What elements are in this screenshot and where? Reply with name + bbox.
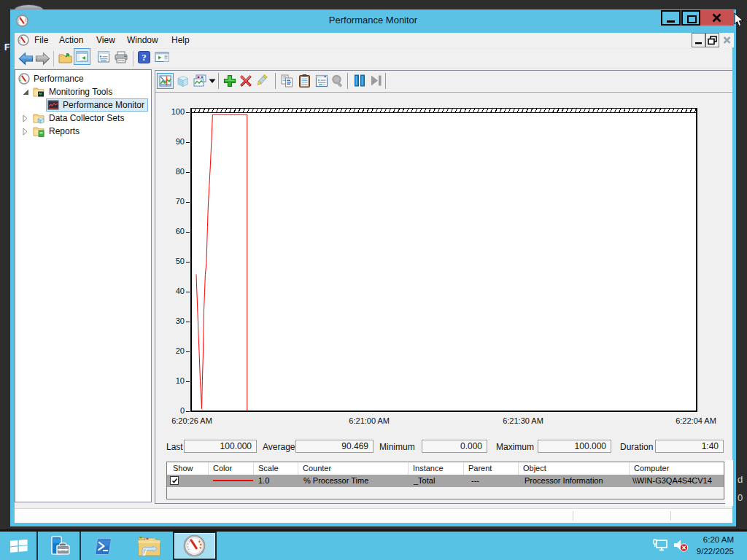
paste-counter-list-icon	[298, 74, 311, 88]
close-button[interactable]	[700, 10, 734, 26]
y-axis-tick	[186, 322, 190, 322]
maximize-button[interactable]	[681, 10, 700, 26]
menu-file[interactable]: File	[33, 35, 50, 45]
desktop-watermark-fragment: 0	[738, 492, 743, 503]
zoom-icon	[331, 74, 345, 88]
server-manager-icon[interactable]	[48, 536, 70, 556]
child-restore-icon	[706, 34, 719, 47]
child-restore-button[interactable]	[705, 33, 719, 47]
child-minimize-button[interactable]	[692, 33, 705, 47]
clock-time: 6:20 AM	[692, 534, 734, 545]
powershell-icon[interactable]	[94, 537, 112, 556]
help-icon[interactable]: ?	[138, 51, 150, 63]
properties-icon[interactable]	[315, 74, 328, 88]
update-data-icon[interactable]	[370, 74, 382, 87]
minimize-button[interactable]	[661, 10, 681, 26]
chart-plot-area	[190, 108, 697, 412]
back-icon[interactable]	[18, 52, 34, 66]
column-header-color[interactable]: Color	[209, 462, 254, 475]
svg-text:?: ?	[142, 52, 147, 63]
stat-duration-label: Duration	[620, 442, 653, 452]
change-graph-type-icon[interactable]	[193, 74, 206, 88]
stat-maximum-label: Maximum	[496, 442, 534, 452]
taskbar-performance-monitor-button[interactable]	[173, 532, 217, 560]
monitor-toolbar-separator	[347, 73, 348, 89]
desktop: F d 0 Performance Monitor	[0, 0, 747, 560]
menu-help[interactable]: Help	[170, 35, 191, 45]
file-explorer-icon[interactable]	[137, 536, 161, 557]
tray-clock[interactable]: 6:20 AM 9/22/2025	[692, 534, 734, 557]
desktop-watermark-fragment: d	[738, 474, 743, 485]
tree-item-data-collector-sets[interactable]: Data Collector Sets	[15, 112, 151, 125]
freeze-display-icon[interactable]	[353, 74, 366, 87]
graph-type-caret-icon[interactable]	[209, 79, 216, 84]
copy-properties-icon	[281, 74, 294, 88]
taskbar-separator	[36, 532, 38, 560]
performance-monitor-icon	[183, 534, 206, 557]
minimize-icon	[667, 20, 675, 23]
child-minimize-icon	[692, 34, 705, 47]
column-header-computer[interactable]: Computer	[630, 462, 724, 475]
y-axis-tick	[186, 172, 190, 173]
titlebar[interactable]: Performance Monitor	[10, 9, 736, 33]
stat-maximum-value: 100.000	[538, 440, 611, 453]
add-counter-icon[interactable]	[223, 74, 236, 88]
tree-item-performance-monitor[interactable]: Performance Monitor	[15, 98, 151, 112]
column-header-scale[interactable]: Scale	[254, 462, 298, 475]
counter-row[interactable]: 1.0 % Processor Time _Total --- Processo…	[167, 475, 724, 487]
mouse-cursor	[734, 12, 744, 28]
y-axis-tick-label: 60	[161, 227, 185, 236]
export-icon[interactable]	[58, 52, 72, 64]
x-axis-tick-label: 6:20:26 AM	[171, 416, 212, 425]
expander-expanded-icon[interactable]	[23, 89, 29, 96]
toolbar-separator	[133, 51, 133, 66]
menubar: File Action View Window Help	[15, 33, 732, 49]
check-icon	[171, 478, 178, 484]
tree-item-label: Performance Monitor	[63, 100, 144, 110]
network-icon[interactable]	[653, 539, 668, 552]
desktop-icon-label-fragment: F	[4, 42, 9, 52]
menu-action[interactable]: Action	[58, 35, 85, 45]
toolbar-separator	[53, 51, 54, 66]
monitor-toolbar-separator	[275, 73, 276, 89]
show-action-pane-icon[interactable]	[155, 50, 169, 63]
counter-show-checkbox[interactable]	[170, 476, 179, 485]
counter-legend-table: Show Color Scale Counter Instance Parent…	[166, 462, 724, 499]
forward-icon[interactable]	[35, 52, 50, 66]
column-header-instance[interactable]: Instance	[409, 462, 464, 475]
menu-window[interactable]: Window	[125, 35, 160, 45]
start-icon[interactable]	[10, 540, 28, 553]
volume-muted-icon[interactable]	[673, 538, 689, 553]
column-header-counter[interactable]: Counter	[298, 462, 409, 475]
counter-scale: 1.0	[258, 476, 269, 485]
child-close-button[interactable]	[720, 33, 734, 47]
monitor-screen-icon	[47, 100, 59, 110]
expander-collapsed-icon[interactable]	[23, 128, 28, 136]
y-axis-tick	[186, 292, 190, 292]
y-axis-tick-label: 30	[161, 316, 185, 325]
tree-item-performance[interactable]: Performance	[15, 72, 151, 85]
y-axis-tick-label: 20	[161, 346, 185, 355]
tree-item-label: Performance	[34, 74, 84, 84]
y-axis-tick	[186, 142, 190, 143]
menu-view[interactable]: View	[95, 35, 117, 45]
clock-date: 9/22/2025	[692, 545, 734, 557]
counter-color-swatch	[213, 480, 253, 481]
folder-monitor-icon	[33, 86, 44, 98]
expander-collapsed-icon[interactable]	[23, 114, 28, 122]
tree-item-reports[interactable]: Reports	[15, 125, 151, 138]
monitor-toolbar	[155, 71, 732, 93]
delete-counter-icon[interactable]	[239, 74, 252, 88]
highlight-icon[interactable]	[256, 74, 268, 88]
tree-item-monitoring-tools[interactable]: Monitoring Tools	[15, 85, 151, 98]
perfmon-gauge-icon	[18, 73, 30, 85]
print-icon[interactable]	[114, 51, 128, 63]
window-properties-icon[interactable]	[97, 50, 110, 63]
column-header-object[interactable]: Object	[519, 462, 630, 475]
status-separator	[670, 511, 671, 521]
y-axis-tick	[186, 232, 190, 233]
stat-average-label: Average	[263, 442, 295, 452]
y-axis-tick-label: 40	[161, 287, 185, 295]
column-header-parent[interactable]: Parent	[464, 462, 519, 475]
column-header-show[interactable]: Show	[167, 462, 209, 475]
